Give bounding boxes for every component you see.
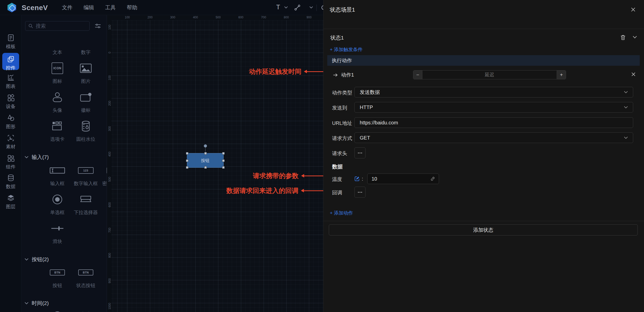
widget-item-icon[interactable]: ICON 图标	[43, 62, 71, 84]
add-trigger-link[interactable]: + 添加触发条件	[330, 46, 363, 53]
widget-item-cylinder[interactable]: 圆柱水位	[72, 120, 100, 142]
chevron-down-icon	[25, 156, 28, 158]
headers-label: 请求头	[332, 150, 347, 157]
sidebar-item-assets[interactable]: 素材	[0, 133, 21, 150]
menu-file[interactable]: 文件	[62, 4, 72, 11]
annotation-delay: 动作延迟触发时间	[249, 67, 324, 76]
avatar-icon	[43, 91, 71, 103]
resize-handle-w[interactable]	[186, 159, 188, 162]
ruler-number: 200	[108, 98, 111, 108]
widget-item-badge[interactable]: 徽标	[72, 91, 100, 113]
delay-stepper: − +	[413, 70, 566, 79]
resize-handle-sw[interactable]	[186, 166, 188, 169]
add-action-link[interactable]: + 添加动作	[330, 210, 353, 216]
sidebar-item-components[interactable]: 组件	[0, 154, 21, 170]
rotation-handle[interactable]	[204, 144, 207, 148]
menu-tools[interactable]: 工具	[105, 4, 116, 11]
sidebar-item-devices[interactable]: 设备	[0, 93, 21, 110]
chevron-down-icon	[25, 258, 28, 261]
text-tool-chevron-icon[interactable]	[284, 6, 288, 9]
widget-item-tabs[interactable]: 选项卡	[43, 120, 71, 142]
delete-state-icon[interactable]	[620, 35, 626, 40]
ruler-number: 900	[304, 16, 314, 19]
text-tool-button[interactable]: T	[276, 4, 280, 11]
ruler-number: 500	[108, 174, 111, 184]
collapse-state-chevron-icon[interactable]	[633, 36, 637, 39]
ruler-number: 900	[108, 276, 111, 286]
menu-edit[interactable]: 编辑	[84, 4, 94, 11]
chevron-down-icon	[624, 106, 628, 109]
scenev-app: SceneV 文件 编辑 工具 帮助 T	[0, 0, 644, 312]
remove-action-icon[interactable]	[631, 72, 636, 77]
delay-plus-button[interactable]: +	[557, 71, 566, 79]
ruler-number: 300	[108, 124, 111, 134]
close-icon[interactable]	[631, 7, 636, 12]
callback-more-button[interactable]	[354, 187, 366, 198]
param-label: 温度	[332, 176, 342, 183]
group-header-time[interactable]: 时间(2)	[25, 300, 49, 307]
cylinder-water-icon	[72, 120, 100, 132]
number-input-icon: 123	[72, 165, 100, 176]
ruler-number: 400	[108, 149, 111, 159]
sidebar-item-shapes[interactable]: 图形	[0, 113, 21, 130]
connector-tool-icon[interactable]	[294, 4, 301, 12]
resize-handle-n[interactable]	[204, 152, 207, 155]
icon-box-icon: ICON	[43, 62, 71, 74]
callback-label: 回调	[332, 189, 342, 196]
group-header-input[interactable]: 输入(7)	[25, 154, 49, 161]
menu-help[interactable]: 帮助	[127, 4, 137, 11]
widget-item-state-button[interactable]: BTN 状态按钮	[72, 267, 100, 289]
add-state-button[interactable]: 添加状态	[329, 224, 638, 235]
btn-box-icon: BTN	[43, 267, 71, 278]
action-type-select[interactable]: 发送数据	[354, 87, 633, 97]
param-value-input[interactable]	[371, 176, 430, 182]
sidebar-item-templates[interactable]: 模板	[0, 33, 21, 50]
headers-more-button[interactable]	[354, 147, 366, 158]
connector-tool-chevron-icon[interactable]	[309, 6, 313, 9]
widget-item-button[interactable]: BTN 按钮	[43, 267, 71, 289]
divider	[324, 221, 644, 221]
widget-item-clock[interactable]	[43, 311, 71, 312]
search-input[interactable]	[35, 23, 86, 29]
canvas-button-widget[interactable]: 按钮	[187, 153, 224, 168]
group-header-button[interactable]: 按钮(2)	[25, 256, 49, 263]
method-label: 请求方式	[332, 135, 352, 142]
sidebar-item-layers[interactable]: 图层	[0, 193, 21, 210]
ruler-number: 600	[236, 16, 246, 19]
delay-input[interactable]	[422, 71, 557, 79]
ruler-number: 200	[145, 16, 155, 19]
sidebar-item-charts[interactable]: 图表	[0, 73, 21, 90]
sidebar-item-widgets[interactable]: 控件	[0, 55, 21, 71]
url-input[interactable]	[354, 117, 633, 128]
resize-handle-e[interactable]	[222, 159, 225, 162]
resize-handle-ne[interactable]	[222, 152, 225, 155]
sidebar-item-data[interactable]: 数据	[0, 173, 21, 190]
filter-icon[interactable]	[95, 23, 101, 30]
edit-param-icon[interactable]	[354, 176, 360, 182]
url-label: URL地址	[332, 120, 352, 127]
widget-item-alarm-clock[interactable]	[72, 311, 100, 312]
panel-title: 状态场景1	[330, 6, 355, 14]
bind-link-icon[interactable]	[430, 176, 435, 181]
widget-item-text[interactable]: 文本	[43, 49, 71, 55]
widget-item-avatar[interactable]: 头像	[43, 91, 71, 113]
widget-item-number[interactable]: 数字	[72, 49, 100, 55]
data-section-title: 数据	[332, 163, 343, 170]
send-to-select[interactable]: HTTP	[354, 102, 633, 113]
widget-item-number-input[interactable]: 123 数字输入框	[72, 165, 100, 187]
delay-minus-button[interactable]: −	[413, 71, 422, 79]
widget-item-slider[interactable]: 滑块	[43, 223, 71, 245]
resize-handle-se[interactable]	[222, 166, 225, 169]
widget-item-radio[interactable]: 单选框	[43, 194, 71, 216]
method-select[interactable]: GET	[354, 132, 633, 143]
widget-item-select[interactable]: 下拉选择器	[72, 194, 100, 216]
widget-item-input[interactable]: 输入框	[43, 165, 71, 187]
chevron-down-icon	[624, 136, 628, 139]
resize-handle-nw[interactable]	[186, 152, 188, 155]
widget-item-image[interactable]: 图片	[72, 62, 100, 84]
ruler-number: 500	[213, 16, 223, 19]
annotation-arrow-left-icon	[302, 176, 323, 176]
resize-handle-s[interactable]	[204, 166, 207, 169]
image-icon	[72, 62, 100, 74]
ruler-number: 800	[108, 250, 111, 260]
